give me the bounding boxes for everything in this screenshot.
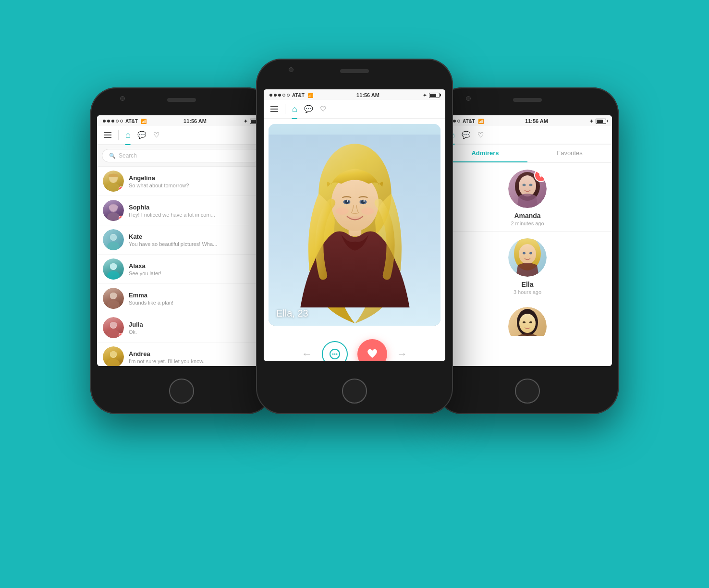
chat-icon-center[interactable]: 💬 [304,105,313,113]
message-item-alaxa[interactable]: Alaxa See you later! [97,255,266,284]
svg-point-39 [523,252,526,255]
svg-point-11 [107,300,120,309]
center-phone-speaker [340,69,369,73]
admirer-avatar-ella [508,238,547,277]
message-item-sophia[interactable]: Sophia Hey! I noticed we have a lot in c… [97,196,266,225]
message-item-emma[interactable]: Emma Sounds like a plan! [97,284,266,313]
svg-point-26 [363,200,365,202]
message-item-angelina[interactable]: Angelina So what about tomorrow? [97,167,266,196]
right-home-button[interactable] [515,379,540,404]
message-preview-sophia: Hey! I noticed we have a lot in com... [129,212,260,218]
admirer-item-amanda[interactable]: ♥ Amanda 2 minutes ago [443,163,612,232]
battery-right [596,119,606,124]
hamburger-line2 [104,135,111,135]
bluetooth-icon-right: ✦ [589,119,593,124]
tab-favorites[interactable]: Favorites [527,145,612,162]
admirer-item-ella[interactable]: Ella 3 hours ago [443,232,612,300]
dot2 [107,120,110,122]
svg-point-38 [519,244,536,264]
admirer-name-amanda: Amanda [514,212,540,220]
svg-point-13 [107,330,120,338]
unread-dot-sophia [119,216,123,220]
phones-container: AT&T 📶 11:56 AM ✦ ⌂ [66,30,643,558]
left-status-bar: AT&T 📶 11:56 AM ✦ [97,115,266,126]
battery-fill-center [430,94,436,97]
profile-label: Ella, 23 [276,308,308,318]
heart-icon-left[interactable]: ♡ [153,131,159,139]
r-dot2 [453,120,456,122]
svg-point-35 [523,184,526,186]
dot4 [116,120,119,122]
center-nav-bar: ⌂ 💬 ♡ [264,100,445,119]
profile-image-ella [269,124,440,326]
profile-card[interactable]: Ella, 23 [269,124,440,326]
hamburger-line3 [104,137,111,138]
tab-admirers[interactable]: Admirers [443,145,527,162]
bluetooth-icon-left: ✦ [244,119,247,124]
admirer-name-ella: Ella [522,281,534,288]
ella-svg [269,124,440,326]
chat-icon-right[interactable]: 💬 [462,131,471,139]
svg-point-15 [107,359,120,366]
home-icon-center[interactable]: ⌂ [292,104,297,114]
time-left: 11:56 AM [183,118,207,124]
c-dot2 [274,94,277,97]
svg-point-28 [361,208,374,215]
avatar-sophia [103,200,124,221]
right-phone-camera [466,96,471,101]
search-input-left[interactable]: 🔍 Search [102,149,261,162]
message-content-alaxa: Alaxa See you later! [129,262,260,276]
center-hamburger-menu[interactable] [270,106,278,112]
svg-point-1 [107,183,120,192]
heart-icon-right[interactable]: ♡ [477,131,484,139]
heart-icon-center[interactable]: ♡ [320,105,326,113]
carrier-center: AT&T [292,93,305,98]
time-center: 11:56 AM [356,92,379,98]
left-home-button[interactable] [169,379,194,404]
admirer-time-amanda: 2 minutes ago [511,220,544,226]
status-right-center: ✦ [423,93,440,98]
like-action-button[interactable] [357,339,387,361]
left-phone-screen: AT&T 📶 11:56 AM ✦ ⌂ [97,115,266,366]
avatar-img-andrea [103,346,124,366]
forward-arrow-button[interactable]: → [397,348,407,360]
like-heart-icon [366,347,379,361]
search-icon-left: 🔍 [109,153,116,159]
svg-point-32 [336,354,338,355]
svg-point-7 [107,242,120,250]
message-item-julia[interactable]: Julia Ok. [97,313,266,343]
message-name-kate: Kate [129,233,260,240]
status-right-right: ✦ [589,119,606,124]
message-content-kate: Kate You have so beautiful pictures! Wha… [129,233,260,247]
svg-point-44 [529,321,532,323]
message-name-emma: Emma [129,292,260,299]
back-arrow-button[interactable]: ← [302,348,312,360]
chat-icon-left[interactable]: 💬 [137,131,147,139]
svg-point-9 [107,271,120,280]
wifi-icon-center: 📶 [307,93,313,98]
hamburger-menu[interactable] [104,132,111,138]
phone-right: AT&T 📶 11:56 AM ✦ ⌂ 💬 ♡ Admirers [436,87,619,414]
message-name-alaxa: Alaxa [129,262,260,270]
center-home-button[interactable] [342,379,367,404]
admirers-tabs: Admirers Favorites [443,145,612,163]
unread-dot-angelina [119,186,123,191]
c-dot5 [287,94,290,97]
avatar-img-kate [103,229,124,250]
admirer-item-partial[interactable] [443,300,612,343]
message-item-kate[interactable]: Kate You have so beautiful pictures! Wha… [97,225,266,255]
avatar-img-emma [103,288,124,309]
dot1 [103,120,106,122]
avatar-emma [103,288,124,309]
message-list: Angelina So what about tomorrow? Sophia … [97,167,266,366]
message-content-angelina: Angelina So what about tomorrow? [129,174,260,188]
unread-dot-julia [119,333,123,337]
message-action-button[interactable] [322,341,348,361]
battery-fill-right [597,120,603,123]
home-icon-left[interactable]: ⌂ [125,130,131,140]
svg-point-42 [519,314,536,333]
avatar-angelina [103,171,124,192]
profile-name-overlay: Ella, 23 [276,308,308,319]
message-item-andrea[interactable]: Andrea I'm not sure yet. I'll let you kn… [97,343,266,366]
c-dot4 [282,94,285,97]
